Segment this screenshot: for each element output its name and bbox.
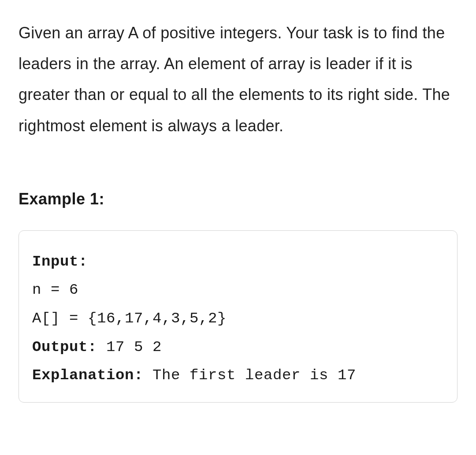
example-code-block: Input: n = 6 A[] = {16,17,4,3,5,2} Outpu… <box>19 230 457 403</box>
output-value: 17 5 2 <box>97 339 162 355</box>
output-label: Output: <box>32 339 97 355</box>
problem-description: Given an array A of positive integers. Y… <box>19 18 457 141</box>
input-n-line: n = 6 <box>32 276 444 304</box>
input-array-line: A[] = {16,17,4,3,5,2} <box>32 304 444 333</box>
explanation-value: The first leader is 17 <box>143 367 356 384</box>
input-label: Input: <box>32 253 88 270</box>
example-heading: Example 1: <box>19 190 457 208</box>
explanation-label: Explanation: <box>32 367 143 384</box>
